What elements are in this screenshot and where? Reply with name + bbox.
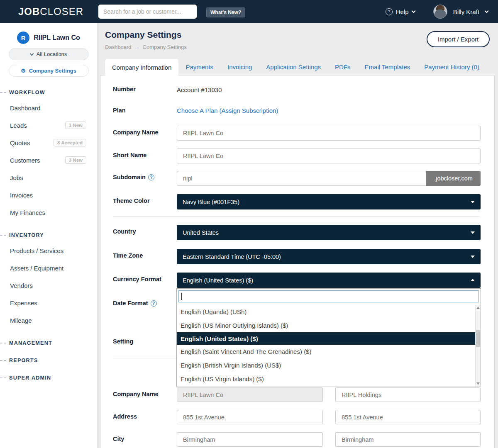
- sidebar-section-super-admin[interactable]: SUPER ADMIN: [0, 375, 97, 381]
- sidebar-item-mileage[interactable]: Mileage: [0, 312, 97, 329]
- address-right-input[interactable]: [335, 410, 481, 424]
- theme-color-label: Theme Color: [113, 197, 175, 204]
- option-english-british-virgin-islands[interactable]: English (British Virgin Islands) (US$): [177, 358, 475, 372]
- divider: [113, 216, 480, 217]
- help-icon: ?: [386, 8, 393, 15]
- gear-icon: ⚙: [21, 68, 26, 74]
- city-label: City: [113, 436, 175, 442]
- assign-subscription-link[interactable]: (Assign Subscription): [220, 107, 278, 114]
- sidebar-item-my-finances[interactable]: My Finances: [0, 204, 97, 221]
- tab-invoicing[interactable]: Invoicing: [220, 59, 259, 75]
- user-menu-chevron-icon[interactable]: [485, 9, 489, 13]
- theme-color-select[interactable]: Navy Blue (#001F35): [177, 194, 481, 209]
- subdomain-suffix: .jobcloser.com: [426, 171, 481, 186]
- setting-label: Setting: [113, 338, 175, 345]
- tab-application-settings[interactable]: Application Settings: [259, 59, 328, 75]
- company-settings-label: Company Settings: [29, 68, 76, 74]
- caret-up-icon: [471, 279, 475, 281]
- currency-format-select[interactable]: English (United States) ($): [177, 273, 481, 288]
- sidebar-section-inventory[interactable]: INVENTORY: [0, 232, 97, 239]
- sidebar-item-quotes[interactable]: Quotes8 Accepted: [0, 134, 97, 151]
- currency-format-label: Currency Format: [113, 276, 175, 282]
- choose-a-plan-link[interactable]: Choose A Plan: [177, 107, 217, 114]
- sidebar-item-customers[interactable]: Customers3 New: [0, 151, 97, 169]
- breadcrumb-arrow-icon: →: [134, 44, 140, 50]
- sidebar-item-invoices[interactable]: Invoices: [0, 186, 97, 204]
- scroll-down-icon[interactable]: [476, 382, 480, 385]
- dropdown-search-input[interactable]: [178, 290, 479, 302]
- country-label: Country: [113, 228, 175, 235]
- option-english-us-virgin-islands[interactable]: English (US Virgin Islands) ($): [177, 372, 475, 386]
- subdomain-input[interactable]: [177, 171, 426, 186]
- caret-down-icon: [471, 256, 475, 258]
- time-zone-select[interactable]: Eastern Standard Time (UTC -05:00): [177, 249, 481, 264]
- tab-email-templates[interactable]: Email Templates: [358, 59, 417, 75]
- address-label: Address: [113, 413, 175, 420]
- import-export-button[interactable]: Import / Export: [427, 31, 490, 47]
- help-menu[interactable]: ? Help: [386, 8, 415, 15]
- address-company-name-right-input[interactable]: [335, 387, 481, 402]
- tab-payments[interactable]: Payments: [178, 59, 220, 75]
- sidebar-brand: R RIIPL Lawn Co: [0, 32, 97, 44]
- breadcrumb-dashboard[interactable]: Dashboard: [105, 44, 132, 50]
- option-english-united-states[interactable]: English (United States) ($): [177, 332, 475, 345]
- scrollbar-thumb[interactable]: [476, 330, 480, 347]
- short-name-input[interactable]: [177, 149, 481, 163]
- sidebar-section-management[interactable]: MANAGEMENT: [0, 340, 97, 346]
- tab-payment-history[interactable]: Payment History (0): [417, 59, 486, 75]
- main-content: Company Settings Dashboard → Company Set…: [98, 23, 498, 448]
- plan-links: Choose A Plan (Assign Subscription): [177, 107, 278, 114]
- logo-bold: JOB: [18, 6, 40, 17]
- dropdown-scrollbar[interactable]: [475, 305, 481, 387]
- sidebar-item-leads[interactable]: Leads1 New: [0, 117, 97, 134]
- city-left-input[interactable]: [177, 432, 323, 447]
- tab-company-information[interactable]: Company Information: [105, 59, 178, 75]
- section-dash-icon: [0, 235, 6, 236]
- option-english-uganda[interactable]: English (Uganda) (USh): [177, 305, 475, 319]
- company-name-input[interactable]: [177, 126, 481, 141]
- address-left-input[interactable]: [177, 410, 323, 424]
- dropdown-options-list: English (Uganda) (USh) English (US Minor…: [177, 305, 475, 387]
- breadcrumb: Dashboard → Company Settings: [105, 44, 187, 50]
- sidebar-item-dashboard[interactable]: Dashboard: [0, 99, 97, 117]
- help-label: Help: [396, 8, 409, 15]
- sidebar-section-workflow[interactable]: WORKFLOW: [0, 89, 97, 96]
- sidebar-item-assets-equipment[interactable]: Assets / Equipment: [0, 259, 97, 277]
- option-english-saint-vincent[interactable]: English (Saint Vincent And The Grenadine…: [177, 345, 475, 358]
- company-settings-button[interactable]: ⚙ Company Settings: [9, 65, 89, 77]
- sidebar-item-jobs[interactable]: Jobs: [0, 169, 97, 186]
- sidebar-section-reports[interactable]: REPORTS: [0, 357, 97, 364]
- sidebar-item-expenses[interactable]: Expenses: [0, 294, 97, 312]
- sidebar-nav: WORKFLOW Dashboard Leads1 New Quotes8 Ac…: [0, 89, 97, 381]
- section-dash-icon: [0, 343, 6, 343]
- quotes-badge: 8 Accepted: [54, 139, 86, 146]
- whats-new-button[interactable]: What's New?: [206, 7, 245, 17]
- sidebar-item-vendors[interactable]: Vendors: [0, 277, 97, 294]
- section-dash-icon: [0, 377, 6, 378]
- logo-light: CLOSER: [40, 6, 83, 17]
- chevron-down-icon: [29, 51, 34, 56]
- company-name-label: Company Name: [113, 129, 175, 136]
- number-label: Number: [113, 86, 175, 93]
- option-english-us-minor-outlying-islands[interactable]: English (US Minor Outlying Islands) ($): [177, 319, 475, 332]
- tab-pdfs[interactable]: PDFs: [328, 59, 358, 75]
- company-name: RIIPL Lawn Co: [34, 34, 80, 41]
- city-right-input[interactable]: [335, 432, 481, 447]
- leads-badge: 1 New: [65, 122, 86, 129]
- all-locations-dropdown[interactable]: All Locations: [9, 48, 89, 60]
- sidebar: R RIIPL Lawn Co All Locations ⚙ Company …: [0, 23, 98, 448]
- date-format-help-icon[interactable]: ?: [151, 300, 157, 307]
- user-avatar[interactable]: [433, 5, 447, 19]
- section-dash-icon: [0, 92, 6, 93]
- global-search-input[interactable]: [98, 5, 197, 19]
- sidebar-item-products-services[interactable]: Products / Services: [0, 242, 97, 259]
- currency-format-dropdown: English (Uganda) (USh) English (US Minor…: [176, 288, 481, 387]
- top-navbar: JOBCLOSER What's New? ? Help Billy Kraft: [0, 0, 498, 23]
- chevron-down-icon: [411, 9, 415, 13]
- subdomain-help-icon[interactable]: ?: [148, 174, 154, 180]
- scroll-up-icon[interactable]: [476, 307, 480, 309]
- country-select[interactable]: United States: [177, 225, 481, 240]
- plan-label: Plan: [113, 107, 175, 114]
- short-name-label: Short Name: [113, 152, 175, 158]
- address-company-name-label: Company Name: [113, 391, 175, 397]
